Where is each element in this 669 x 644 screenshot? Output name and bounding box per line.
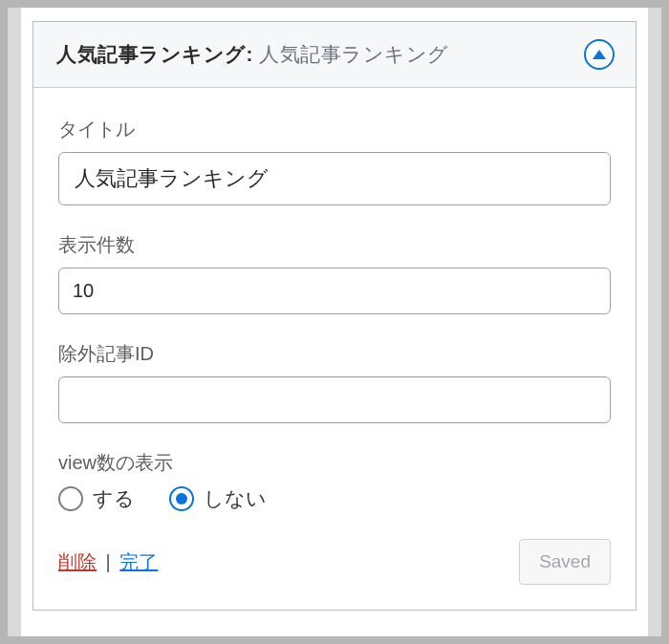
collapse-toggle[interactable] (584, 39, 615, 70)
separator: | (106, 551, 111, 572)
sidebar-gutter-right (648, 8, 661, 636)
label-view-count: view数の表示 (58, 450, 611, 476)
radio-icon (58, 486, 83, 511)
radio-label: する (93, 485, 135, 512)
widget-title-name: 人気記事ランキング (56, 43, 247, 65)
radio-group-view: する しない (58, 485, 611, 512)
svg-marker-0 (593, 50, 606, 59)
label-title: タイトル (58, 117, 611, 142)
radio-label: しない (204, 485, 267, 512)
sidebar-gutter-left (8, 8, 21, 636)
chevron-up-icon (593, 50, 606, 59)
row-count: 表示件数 (58, 232, 611, 314)
widget-body: タイトル 表示件数 除外記事ID view数の表示 する (33, 88, 636, 610)
widget-footer: 削除 | 完了 Saved (58, 539, 611, 585)
input-title[interactable] (58, 152, 611, 205)
widget-title-instance: 人気記事ランキング (259, 43, 449, 65)
radio-icon (169, 486, 194, 511)
radio-view-yes[interactable]: する (58, 485, 135, 512)
row-title: タイトル (58, 117, 611, 205)
footer-links: 削除 | 完了 (58, 549, 158, 575)
saved-button: Saved (519, 539, 611, 585)
label-exclude: 除外記事ID (58, 341, 611, 367)
input-exclude[interactable] (58, 376, 611, 423)
row-view-count: view数の表示 する しない (58, 450, 611, 512)
widget-panel: 人気記事ランキング: 人気記事ランキング タイトル 表示件数 除外記事ID (32, 21, 637, 611)
input-count[interactable] (58, 268, 611, 314)
done-link[interactable]: 完了 (119, 551, 158, 572)
radio-view-no[interactable]: しない (169, 485, 267, 512)
admin-frame: 人気記事ランキング: 人気記事ランキング タイトル 表示件数 除外記事ID (8, 8, 661, 636)
widget-title: 人気記事ランキング: 人気記事ランキング (56, 41, 449, 68)
delete-link[interactable]: 削除 (58, 551, 97, 572)
label-count: 表示件数 (58, 232, 611, 258)
radio-dot-icon (176, 493, 187, 504)
row-exclude: 除外記事ID (58, 341, 611, 423)
widget-title-colon: : (247, 43, 260, 65)
widget-header[interactable]: 人気記事ランキング: 人気記事ランキング (33, 22, 636, 88)
